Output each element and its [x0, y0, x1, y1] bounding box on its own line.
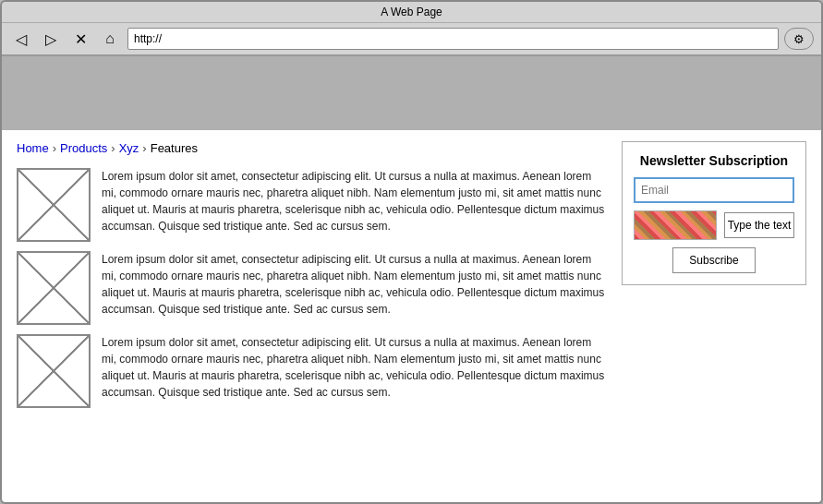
breadcrumb-xyz[interactable]: Xyz [119, 141, 139, 155]
search-icon: ⚙ [793, 32, 805, 46]
captcha-image [634, 210, 717, 240]
newsletter-title: Newsletter Subscription [634, 153, 794, 168]
breadcrumb-current: Features [151, 141, 198, 155]
back-icon: ◁ [16, 30, 27, 48]
content-item-1: Lorem ipsum dolor sit amet, consectetur … [17, 168, 607, 242]
item-image-2 [17, 251, 91, 325]
item-image-1 [17, 168, 91, 242]
right-sidebar: Newsletter Subscription Type the text Su… [622, 141, 806, 491]
breadcrumb-sep-1: › [53, 141, 56, 155]
content-item-2: Lorem ipsum dolor sit amet, consectetur … [17, 251, 607, 325]
main-area: Home › Products › Xyz › Features Lorem i… [2, 130, 821, 502]
back-button[interactable]: ◁ [9, 29, 33, 49]
home-icon: ⌂ [105, 30, 115, 47]
item-text-1: Lorem ipsum dolor sit amet, consectetur … [102, 168, 607, 234]
forward-button[interactable]: ▷ [39, 29, 63, 49]
address-input[interactable] [127, 28, 779, 50]
item-text-3: Lorem ipsum dolor sit amet, consectetur … [102, 334, 607, 401]
breadcrumb-sep-3: › [142, 141, 146, 155]
forward-icon: ▷ [45, 30, 56, 48]
search-button[interactable]: ⚙ [784, 28, 814, 50]
subscribe-button[interactable]: Subscribe [672, 247, 756, 273]
title-bar: A Web Page [2, 2, 821, 23]
banner-image [2, 56, 821, 130]
email-input[interactable] [634, 177, 794, 203]
item-text-2: Lorem ipsum dolor sit amet, consectetur … [102, 251, 607, 318]
browser-window: A Web Page ◁ ▷ ✕ ⌂ ⚙ Home [0, 0, 823, 504]
breadcrumb: Home › Products › Xyz › Features [17, 141, 607, 155]
stop-icon: ✕ [75, 30, 87, 48]
left-content: Home › Products › Xyz › Features Lorem i… [17, 141, 607, 491]
breadcrumb-products[interactable]: Products [60, 141, 107, 155]
breadcrumb-sep-2: › [111, 141, 115, 155]
stop-button[interactable]: ✕ [68, 29, 92, 49]
home-button[interactable]: ⌂ [98, 29, 122, 49]
item-image-3 [17, 334, 91, 408]
content-item-3: Lorem ipsum dolor sit amet, consectetur … [17, 334, 607, 408]
breadcrumb-home[interactable]: Home [17, 141, 49, 155]
page-content: Home › Products › Xyz › Features Lorem i… [2, 56, 821, 502]
type-text-button[interactable]: Type the text [724, 212, 794, 238]
content-items: Lorem ipsum dolor sit amet, consectetur … [17, 168, 607, 408]
toolbar: ◁ ▷ ✕ ⌂ ⚙ [2, 23, 821, 56]
captcha-row: Type the text [634, 210, 794, 240]
newsletter-box: Newsletter Subscription Type the text Su… [622, 141, 806, 285]
page-title: A Web Page [381, 6, 442, 18]
